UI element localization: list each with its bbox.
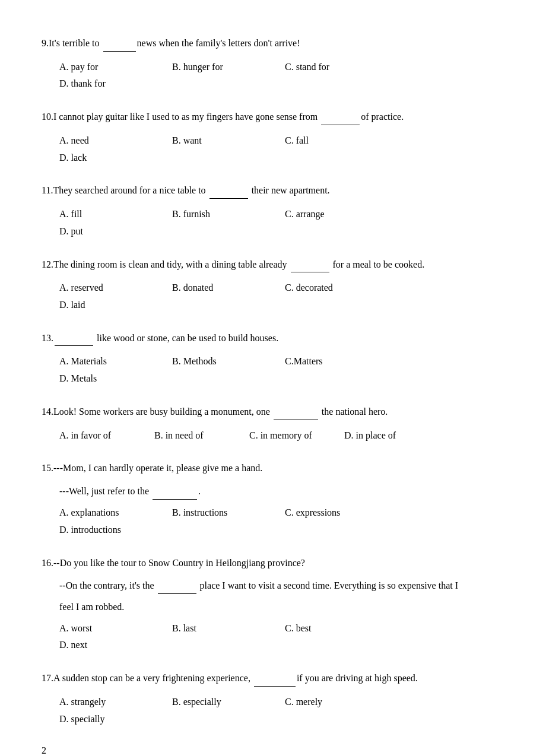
q14-blank [274, 404, 318, 420]
q12-text-after: for a meal to be cooked. [331, 259, 425, 269]
q16-option-a[interactable]: A. worst [59, 620, 172, 637]
q11-text-before: 11.They searched around for a nice table… [42, 185, 208, 195]
question-11-text: 11.They searched around for a nice table… [42, 183, 504, 199]
question-12-text: 12.The dining room is clean and tidy, wi… [42, 257, 504, 273]
q9-blank [103, 36, 136, 52]
q13-options: A. Materials B. Methods C.Matters D. Met… [42, 353, 504, 387]
q15-option-a[interactable]: A. explanations [59, 504, 172, 522]
q11-option-b[interactable]: B. furnish [172, 206, 285, 223]
question-16-line3: feel I am robbed. [42, 599, 504, 615]
question-13-text: 13. like wood or stone, can be used to b… [42, 331, 504, 347]
q16-options: A. worst B. last C. best D. next [42, 620, 504, 655]
q13-option-d[interactable]: D. Metals [59, 370, 172, 387]
q10-option-a[interactable]: A. need [59, 132, 172, 150]
question-13: 13. like wood or stone, can be used to b… [42, 331, 504, 387]
q12-option-d[interactable]: D. laid [59, 297, 172, 314]
question-9-text: 9.It's terrible to news when the family'… [42, 36, 504, 52]
q11-option-c[interactable]: C. arrange [285, 206, 398, 223]
q14-option-c[interactable]: C. in memory of [249, 427, 344, 444]
page-number: 2 [42, 745, 504, 756]
q10-blank [321, 109, 360, 125]
q10-text-after: of practice. [361, 112, 404, 122]
q11-blank [209, 183, 248, 199]
q17-option-a[interactable]: A. strangely [59, 694, 172, 711]
q13-text-before: 13. [42, 333, 53, 343]
question-11: 11.They searched around for a nice table… [42, 183, 504, 240]
q16-option-d[interactable]: D. next [59, 637, 172, 654]
q14-option-b[interactable]: B. in need of [154, 427, 249, 444]
q16-line2-before: --On the contrary, it's the [59, 580, 157, 590]
q15-line2-before: ---Well, just refer to the [59, 486, 151, 496]
q15-option-d[interactable]: D. introductions [59, 522, 172, 539]
q16-option-c[interactable]: C. best [285, 620, 398, 637]
question-15-line1: 15.---Mom, I can hardly operate it, plea… [42, 460, 504, 476]
q16-line2-after: place I want to visit a second time. Eve… [198, 580, 458, 590]
q12-option-a[interactable]: A. reserved [59, 279, 172, 297]
q11-option-d[interactable]: D. put [59, 223, 172, 240]
q17-blank [254, 671, 296, 687]
q13-option-a[interactable]: A. Materials [59, 353, 172, 370]
q13-text-after: like wood or stone, can be used to build… [94, 333, 278, 343]
q17-option-c[interactable]: C. merely [285, 694, 398, 711]
q12-option-b[interactable]: B. donated [172, 279, 285, 297]
q10-option-c[interactable]: C. fall [285, 132, 398, 150]
q17-text-before: 17.A sudden stop can be a very frighteni… [42, 673, 253, 683]
q14-options: A. in favor of B. in need of C. in memor… [42, 427, 504, 444]
q10-options: A. need B. want C. fall D. lack [42, 132, 504, 167]
question-17-text: 17.A sudden stop can be a very frighteni… [42, 671, 504, 687]
q17-text-after: if you are driving at high speed. [297, 673, 418, 683]
question-12: 12.The dining room is clean and tidy, wi… [42, 257, 504, 314]
question-15-line2: ---Well, just refer to the . [42, 483, 504, 500]
question-16-line1: 16.--Do you like the tour to Snow Countr… [42, 555, 504, 571]
question-14-text: 14.Look! Some workers are busy building … [42, 404, 504, 420]
q9-option-a[interactable]: A. pay for [59, 59, 172, 76]
q15-option-c[interactable]: C. expressions [285, 504, 398, 522]
q15-options: A. explanations B. instructions C. expre… [42, 504, 504, 539]
q17-option-b[interactable]: B. especially [172, 694, 285, 711]
question-9: 9.It's terrible to news when the family'… [42, 36, 504, 93]
q12-options: A. reserved B. donated C. decorated D. l… [42, 279, 504, 314]
q11-options: A. fill B. furnish C. arrange D. put [42, 206, 504, 240]
q10-option-d[interactable]: D. lack [59, 150, 172, 167]
q9-text-after: news when the family's letters don't arr… [137, 38, 300, 48]
question-10: 10.I cannot play guitar like I used to a… [42, 109, 504, 166]
question-17: 17.A sudden stop can be a very frighteni… [42, 671, 504, 728]
q11-option-a[interactable]: A. fill [59, 206, 172, 223]
q17-options: A. strangely B. especially C. merely D. … [42, 694, 504, 728]
q9-option-d[interactable]: D. thank for [59, 75, 172, 93]
q13-option-b[interactable]: B. Methods [172, 353, 285, 370]
q14-text-after: the national hero. [319, 406, 388, 417]
q9-option-b[interactable]: B. hunger for [172, 59, 285, 76]
q14-text-before: 14.Look! Some workers are busy building … [42, 406, 272, 417]
q12-blank [291, 257, 329, 273]
q15-line2-after: . [198, 486, 201, 496]
q10-option-b[interactable]: B. want [172, 132, 285, 150]
q13-option-c[interactable]: C.Matters [285, 353, 398, 370]
q13-blank [55, 331, 93, 347]
q9-option-c[interactable]: C. stand for [285, 59, 398, 76]
q10-text-before: 10.I cannot play guitar like I used to a… [42, 112, 320, 122]
question-16: 16.--Do you like the tour to Snow Countr… [42, 555, 504, 655]
q12-option-c[interactable]: C. decorated [285, 279, 398, 297]
q16-blank [158, 577, 196, 594]
q14-option-d[interactable]: D. in place of [344, 427, 439, 444]
question-15: 15.---Mom, I can hardly operate it, plea… [42, 460, 504, 538]
q14-option-a[interactable]: A. in favor of [59, 427, 154, 444]
q17-option-d[interactable]: D. specially [59, 711, 172, 728]
q15-option-b[interactable]: B. instructions [172, 504, 285, 522]
question-10-text: 10.I cannot play guitar like I used to a… [42, 109, 504, 125]
q9-text-before: 9.It's terrible to [42, 38, 102, 48]
q12-text-before: 12.The dining room is clean and tidy, wi… [42, 259, 290, 269]
q16-option-b[interactable]: B. last [172, 620, 285, 637]
question-14: 14.Look! Some workers are busy building … [42, 404, 504, 444]
question-16-line2: --On the contrary, it's the place I want… [42, 577, 504, 594]
q11-text-after: their new apartment. [249, 185, 330, 195]
q15-blank [153, 483, 197, 500]
q9-options: A. pay for B. hunger for C. stand for D.… [42, 59, 504, 93]
